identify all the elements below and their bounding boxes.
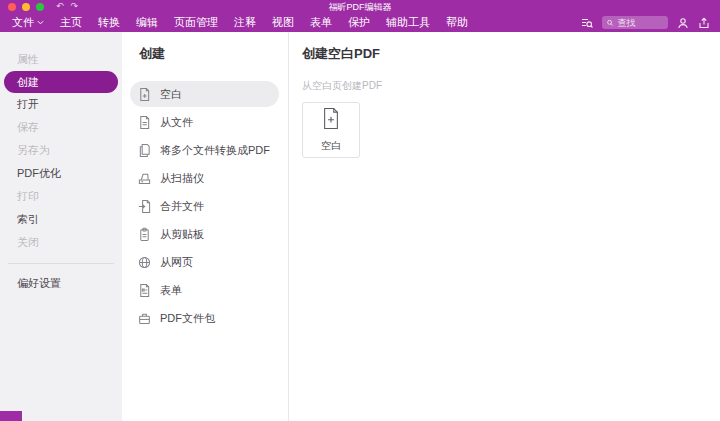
create-item-multiple-files[interactable]: 将多个文件转换成PDF [130,137,279,163]
create-item-combine-files[interactable]: 合并文件 [130,193,279,219]
create-panel-title: 创建 [122,45,288,63]
sidebar-item-properties: 属性 [0,48,122,71]
menu-accessibility[interactable]: 辅助工具 [386,15,430,30]
create-item-from-scanner[interactable]: 从扫描仪 [130,165,279,191]
multiple-files-icon [138,143,151,158]
titlebar-quick-actions: ↶ ↷ [56,0,78,13]
create-item-from-clipboard[interactable]: 从剪贴板 [130,221,279,247]
new-blank-doc-plus-icon [321,107,341,134]
sidebar-item-create[interactable]: 创建 [4,71,118,93]
create-item-from-web-page[interactable]: 从网页 [130,249,279,275]
create-item-form[interactable]: 表单 [130,277,279,303]
web-page-icon [138,255,151,270]
sidebar-divider [8,263,114,264]
chevron-down-icon [37,20,44,25]
sidebar-item-close: 关闭 [0,231,122,254]
menubar-right [581,16,710,29]
search-input[interactable] [618,18,664,28]
window-title: 福昕PDF编辑器 [0,0,720,13]
close-window-button[interactable] [8,3,16,11]
blank-pdf-card[interactable]: 空白 [302,102,360,158]
sidebar-item-index[interactable]: 索引 [0,208,122,231]
bottom-left-accent [0,411,22,421]
menu-home[interactable]: 主页 [60,15,82,30]
create-item-blank[interactable]: 空白 [130,81,279,107]
search-box[interactable] [602,16,668,29]
detail-subtitle: 从空白页创建PDF [302,79,720,93]
user-icon[interactable] [677,17,689,29]
menu-view[interactable]: 视图 [272,15,294,30]
detail-title: 创建空白PDF [302,45,720,63]
traffic-lights [8,3,44,11]
minimize-window-button[interactable] [22,3,30,11]
menu-comment[interactable]: 注释 [234,15,256,30]
share-icon[interactable] [698,17,710,29]
sidebar-item-save: 保存 [0,116,122,139]
detail-panel: 创建空白PDF 从空白页创建PDF 空白 [289,32,720,421]
form-icon [138,283,151,298]
scanner-icon [138,171,151,186]
portfolio-icon [138,311,151,326]
file-sidebar: 属性 创建 打开 保存 另存为 PDF优化 打印 索引 关闭 偏好设置 [0,32,122,421]
combine-files-icon [138,199,151,214]
menu-edit[interactable]: 编辑 [136,15,158,30]
sidebar-item-preferences[interactable]: 偏好设置 [0,272,122,295]
menu-form[interactable]: 表单 [310,15,332,30]
sidebar-item-save-as: 另存为 [0,139,122,162]
create-item-from-file[interactable]: 从文件 [130,109,279,135]
titlebar: 福昕PDF编辑器 ↶ ↷ [0,0,720,13]
redo-icon[interactable]: ↷ [71,0,79,13]
fullscreen-window-button[interactable] [36,3,44,11]
create-item-pdf-portfolio[interactable]: PDF文件包 [130,305,279,331]
menu-page-organize[interactable]: 页面管理 [174,15,218,30]
from-file-icon [138,115,151,130]
sidebar-item-print: 打印 [0,185,122,208]
backstage-content: 属性 创建 打开 保存 另存为 PDF优化 打印 索引 关闭 偏好设置 创建 空… [0,32,720,421]
clipboard-icon [138,227,151,242]
sidebar-item-open[interactable]: 打开 [0,93,122,116]
search-icon [607,19,614,27]
sidebar-item-pdf-optimize[interactable]: PDF优化 [0,162,122,185]
menu-convert[interactable]: 转换 [98,15,120,30]
undo-icon[interactable]: ↶ [56,0,64,13]
menu-protect[interactable]: 保护 [348,15,370,30]
menu-help[interactable]: 帮助 [446,15,468,30]
blank-doc-icon [138,87,151,102]
blank-card-label: 空白 [321,139,341,153]
menu-file[interactable]: 文件 [12,15,44,30]
app-window: 福昕PDF编辑器 ↶ ↷ 文件 主页 转换 编辑 页面管理 注释 视图 表单 保… [0,0,720,421]
create-list-panel: 创建 空白 从文件 将多个文件转换成PDF [122,32,289,421]
menu-tabs: 文件 主页 转换 编辑 页面管理 注释 视图 表单 保护 辅助工具 帮助 [12,15,468,30]
advanced-search-icon[interactable] [581,17,593,29]
menubar: 文件 主页 转换 编辑 页面管理 注释 视图 表单 保护 辅助工具 帮助 [0,13,720,32]
